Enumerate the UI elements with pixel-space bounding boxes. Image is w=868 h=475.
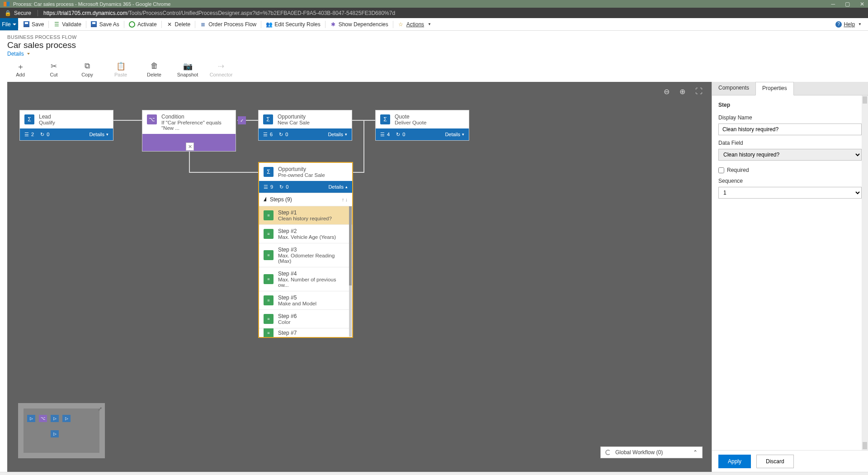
- designer-canvas[interactable]: ⊖ ⊕ ⛶ ΣLeadQualify ☰ 2↻ 0Details▾ ⌥Condi…: [7, 82, 712, 472]
- connector-line: [113, 120, 142, 121]
- required-label: Required: [727, 167, 749, 173]
- save-as-icon: [91, 21, 97, 27]
- command-bar: File Save ☰Validate Save As Activate ✕De…: [0, 18, 868, 31]
- minimap[interactable]: ⤢ ▷ ⌥ ▷ ▷ ▷: [18, 403, 105, 458]
- save-icon: [24, 21, 29, 27]
- camera-icon: 📷: [183, 62, 193, 70]
- discard-button[interactable]: Discard: [756, 455, 794, 468]
- step-icon: ≡: [264, 229, 274, 239]
- actions-icon: ☆: [398, 21, 404, 28]
- panel-scrollbar[interactable]: [862, 95, 868, 450]
- order-process-flow-button[interactable]: ≣Order Process Flow: [195, 18, 261, 30]
- step-item[interactable]: ≡Step #2Max. Vehicle Age (Years): [259, 224, 352, 243]
- step-item[interactable]: ≡Step #6Color: [259, 309, 352, 328]
- stage-icon: Σ: [24, 114, 34, 124]
- step-icon: ≡: [264, 210, 274, 220]
- properties-panel: Components Properties Step Display Name …: [712, 82, 868, 472]
- steps-scrollbar-thumb[interactable]: [349, 206, 352, 285]
- step-item[interactable]: ≡Step #1Clean history required?: [259, 206, 352, 224]
- stage-new-car-sale[interactable]: ΣOpportunityNew Car Sale ☰ 6↻ 0Details▾: [258, 110, 352, 141]
- step-icon: ≡: [264, 295, 274, 305]
- page-title: Car sales process: [7, 40, 861, 50]
- page-url[interactable]: https://trial1705.crm.dynamics.com/Tools…: [43, 10, 395, 16]
- details-toggle[interactable]: Details▾: [445, 132, 464, 137]
- lock-icon: 🔒: [5, 10, 11, 16]
- stage-lead[interactable]: ΣLeadQualify ☰ 2↻ 0Details▾: [19, 110, 113, 141]
- activate-button[interactable]: Activate: [124, 18, 161, 30]
- dependencies-icon: ✱: [330, 21, 336, 28]
- editor-toolbar: ＋Add ✂Cut ⧉Copy 📋Paste 🗑Delete 📷Snapshot…: [0, 60, 868, 82]
- condition-false-badge[interactable]: ✕: [186, 142, 194, 151]
- steps-header[interactable]: Steps (9) ↑↓: [259, 193, 352, 206]
- status-bar: Status: Inactive: [0, 472, 868, 475]
- details-toggle[interactable]: Details▾: [89, 132, 108, 137]
- tab-components[interactable]: Components: [712, 82, 755, 95]
- add-button[interactable]: ＋Add: [10, 62, 31, 77]
- file-menu[interactable]: File: [0, 18, 18, 30]
- details-toggle[interactable]: Details▾: [328, 132, 347, 137]
- steps-list: ≡Step #1Clean history required? ≡Step #2…: [259, 206, 352, 337]
- order-icon: ≣: [200, 21, 206, 28]
- close-icon[interactable]: ✕: [860, 1, 864, 7]
- zoom-out-icon[interactable]: ⊖: [664, 87, 670, 96]
- step-item[interactable]: ≡Step #3Max. Odometer Reading (Max): [259, 243, 352, 267]
- display-name-input[interactable]: [718, 124, 862, 135]
- step-item[interactable]: ≡Step #5Make and Model: [259, 291, 352, 309]
- stage-deliver-quote[interactable]: ΣQuoteDeliver Quote ☰ 4↻ 0Details▾: [375, 110, 469, 141]
- cut-button[interactable]: ✂Cut: [43, 62, 64, 77]
- data-field-select[interactable]: Clean history required?: [718, 149, 862, 161]
- paste-icon: 📋: [116, 62, 126, 70]
- tab-properties[interactable]: Properties: [755, 82, 794, 95]
- validate-icon: ☰: [53, 21, 60, 28]
- display-name-label: Display Name: [718, 114, 862, 121]
- move-down-icon[interactable]: ↓: [345, 197, 348, 202]
- stage-pre-owned-car-sale[interactable]: ΣOpportunityPre-owned Car Sale ☰ 9↻ 0Det…: [258, 162, 353, 338]
- zoom-in-icon[interactable]: ⊕: [679, 87, 685, 96]
- required-checkbox[interactable]: [718, 167, 724, 173]
- browser-urlbar: 🔒Secure https://trial1705.crm.dynamics.c…: [0, 8, 868, 18]
- sequence-select[interactable]: 1: [718, 187, 862, 199]
- help-icon: ?: [835, 21, 842, 28]
- save-as-button[interactable]: Save As: [86, 18, 124, 30]
- delete-button[interactable]: ✕Delete: [162, 18, 195, 30]
- snapshot-button[interactable]: 📷Snapshot: [177, 62, 198, 77]
- fit-screen-icon[interactable]: ⛶: [695, 87, 703, 96]
- connector-button[interactable]: ⇢Connector: [211, 62, 231, 77]
- sequence-label: Sequence: [718, 178, 862, 184]
- minimize-icon[interactable]: ─: [831, 1, 835, 7]
- plus-icon: ＋: [17, 62, 24, 70]
- edit-security-roles-button[interactable]: 👥Edit Security Roles: [261, 18, 325, 30]
- details-toggle[interactable]: Details▴: [328, 184, 348, 190]
- page-header: BUSINESS PROCESS FLOW Car sales process …: [0, 31, 868, 60]
- show-dependencies-button[interactable]: ✱Show Dependencies: [326, 18, 393, 30]
- apply-button[interactable]: Apply: [718, 455, 751, 468]
- connector-line: [189, 172, 259, 173]
- step-item[interactable]: ≡Step #4Max. Number of previous ow...: [259, 267, 352, 291]
- details-toggle[interactable]: Details: [7, 51, 861, 57]
- step-item[interactable]: ≡Step #7: [259, 328, 352, 337]
- move-up-icon[interactable]: ↑: [342, 197, 344, 202]
- step-icon: ≡: [264, 274, 274, 284]
- secure-label: Secure: [14, 10, 31, 16]
- copy-button[interactable]: ⧉Copy: [77, 62, 98, 77]
- chevron-up-icon[interactable]: ⌃: [693, 449, 698, 456]
- step-icon: ≡: [264, 314, 274, 324]
- save-button[interactable]: Save: [19, 18, 48, 30]
- paste-button[interactable]: 📋Paste: [110, 62, 131, 77]
- step-icon: ≡: [264, 250, 274, 260]
- scissors-icon: ✂: [51, 62, 57, 70]
- help-button[interactable]: ?Help▼: [835, 21, 862, 28]
- delete-node-button[interactable]: 🗑Delete: [144, 62, 165, 77]
- step-icon: ≡: [264, 328, 274, 337]
- connector-line: [353, 172, 364, 173]
- validate-button[interactable]: ☰Validate: [49, 18, 85, 30]
- roles-icon: 👥: [266, 21, 272, 28]
- stage-icon: Σ: [380, 114, 390, 124]
- maximize-icon[interactable]: ▢: [845, 1, 850, 7]
- window-titlebar: Process: Car sales process - Microsoft D…: [0, 0, 868, 8]
- global-workflow-bar[interactable]: Global Workflow (0) ⌃: [600, 446, 703, 458]
- loop-count: ↻ 0: [40, 132, 49, 138]
- stage-icon: Σ: [263, 114, 273, 124]
- actions-menu[interactable]: ☆Actions▼: [393, 18, 436, 30]
- trash-icon: 🗑: [151, 62, 158, 70]
